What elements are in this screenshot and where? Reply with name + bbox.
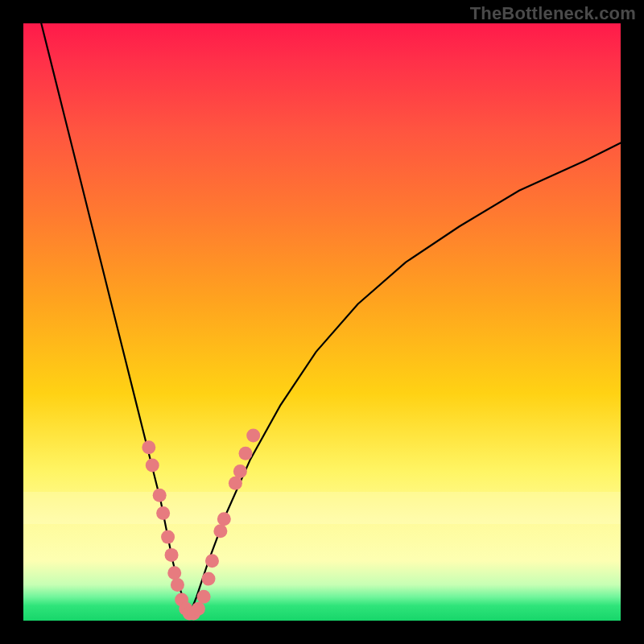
- data-point: [142, 440, 155, 454]
- data-point: [213, 524, 227, 538]
- data-point: [239, 447, 253, 460]
- curve-right-branch: [189, 142, 621, 614]
- attribution-label: TheBottleneck.com: [470, 3, 636, 24]
- data-point: [233, 464, 247, 478]
- data-point: [161, 530, 175, 544]
- data-point: [192, 602, 205, 616]
- data-point: [197, 590, 211, 604]
- data-point: [156, 506, 170, 520]
- chart-plot-area: [23, 23, 621, 621]
- curve-left-branch: [41, 23, 189, 615]
- data-point: [217, 512, 231, 526]
- data-point: [146, 459, 159, 473]
- data-point: [167, 566, 181, 580]
- data-point: [205, 554, 219, 568]
- data-point: [153, 489, 167, 502]
- data-point: [246, 428, 260, 442]
- chart-frame: TheBottleneck.com: [0, 0, 644, 644]
- data-point: [229, 477, 242, 490]
- data-point: [202, 572, 216, 586]
- data-point: [165, 548, 179, 562]
- scatter-dots: [142, 428, 260, 620]
- chart-svg: [23, 23, 621, 621]
- data-point: [171, 578, 184, 592]
